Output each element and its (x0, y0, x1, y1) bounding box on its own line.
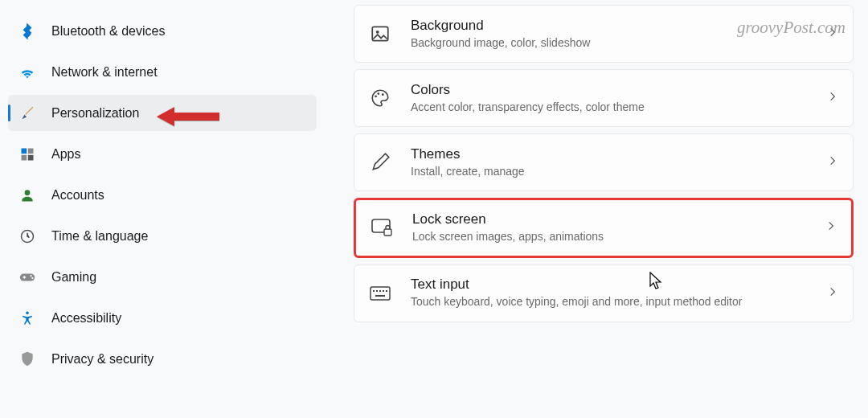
svg-rect-22 (386, 290, 387, 292)
sidebar-item-time-language[interactable]: Time & language (8, 218, 317, 254)
sidebar-item-accessibility[interactable]: Accessibility (8, 300, 317, 336)
apps-icon (18, 145, 37, 164)
card-text: Colors Accent color, transparency effect… (411, 82, 817, 115)
sidebar-item-accounts[interactable]: Accounts (8, 177, 317, 213)
card-title: Colors (411, 82, 817, 98)
sidebar-label: Network & internet (51, 65, 158, 80)
svg-point-4 (25, 190, 31, 195)
shield-icon (18, 350, 37, 369)
sidebar-label: Personalization (51, 106, 139, 121)
chevron-right-icon (827, 155, 838, 170)
svg-rect-0 (22, 148, 27, 154)
svg-rect-20 (379, 290, 381, 292)
card-lock-screen[interactable]: Lock screen Lock screen images, apps, an… (354, 198, 854, 258)
card-title: Themes (411, 146, 817, 162)
accessibility-icon (18, 309, 37, 328)
sidebar-label: Apps (51, 147, 80, 162)
svg-rect-16 (384, 229, 391, 236)
keyboard-icon (369, 282, 391, 305)
paintbrush-icon (18, 104, 37, 123)
lock-screen-icon (371, 216, 393, 239)
svg-rect-3 (28, 154, 34, 160)
sidebar-nav: Bluetooth & devices Network & internet P… (0, 0, 321, 418)
chevron-right-icon (827, 286, 838, 301)
svg-rect-1 (28, 148, 34, 154)
svg-point-8 (31, 277, 33, 278)
card-subtitle: Accent color, transparency effects, colo… (411, 100, 817, 115)
sidebar-label: Bluetooth & devices (51, 24, 165, 39)
main-panel: groovyPost.com Background Background ima… (321, 0, 868, 418)
svg-rect-17 (371, 287, 390, 300)
bluetooth-icon (18, 22, 37, 41)
sidebar-item-network[interactable]: Network & internet (8, 54, 317, 90)
card-text: Lock screen Lock screen images, apps, an… (412, 211, 816, 244)
sidebar-label: Privacy & security (51, 352, 154, 367)
card-subtitle: Install, create, manage (411, 164, 817, 179)
card-subtitle: Lock screen images, apps, animations (412, 229, 816, 244)
sidebar-label: Gaming (51, 270, 96, 285)
svg-rect-10 (372, 27, 388, 40)
sidebar-label: Time & language (51, 229, 148, 244)
svg-point-12 (375, 95, 377, 97)
svg-rect-2 (22, 154, 27, 160)
card-title: Lock screen (412, 211, 816, 227)
svg-point-13 (377, 92, 379, 95)
settings-window: Bluetooth & devices Network & internet P… (0, 0, 868, 418)
sidebar-item-gaming[interactable]: Gaming (8, 259, 317, 295)
svg-rect-19 (376, 290, 378, 292)
sidebar-label: Accounts (51, 188, 104, 203)
svg-rect-23 (375, 295, 385, 297)
person-icon (18, 186, 37, 205)
sidebar-item-personalization[interactable]: Personalization (8, 95, 317, 131)
svg-point-7 (30, 275, 31, 277)
card-themes[interactable]: Themes Install, create, manage (354, 133, 854, 191)
sidebar-item-privacy[interactable]: Privacy & security (8, 341, 317, 377)
gamepad-icon (18, 268, 37, 287)
image-icon (369, 23, 391, 45)
clock-globe-icon (18, 227, 37, 246)
chevron-right-icon (827, 91, 838, 105)
card-colors[interactable]: Colors Accent color, transparency effect… (354, 69, 854, 127)
sidebar-item-apps[interactable]: Apps (8, 136, 317, 172)
card-title: Text input (411, 277, 817, 293)
svg-rect-21 (383, 290, 384, 292)
svg-point-9 (26, 311, 29, 314)
card-subtitle: Touch keyboard, voice typing, emoji and … (411, 294, 817, 309)
card-text: Themes Install, create, manage (411, 146, 817, 179)
svg-rect-18 (373, 290, 375, 292)
sidebar-item-bluetooth[interactable]: Bluetooth & devices (8, 13, 317, 49)
card-text: Text input Touch keyboard, voice typing,… (411, 277, 817, 309)
sidebar-label: Accessibility (51, 311, 121, 326)
svg-point-14 (382, 93, 384, 96)
card-text-input[interactable]: Text input Touch keyboard, voice typing,… (354, 264, 854, 322)
wifi-icon (18, 63, 37, 82)
pen-icon (369, 151, 391, 174)
svg-point-11 (376, 31, 379, 34)
chevron-right-icon (825, 220, 837, 235)
watermark-text: groovyPost.com (737, 18, 845, 38)
palette-icon (369, 87, 391, 109)
